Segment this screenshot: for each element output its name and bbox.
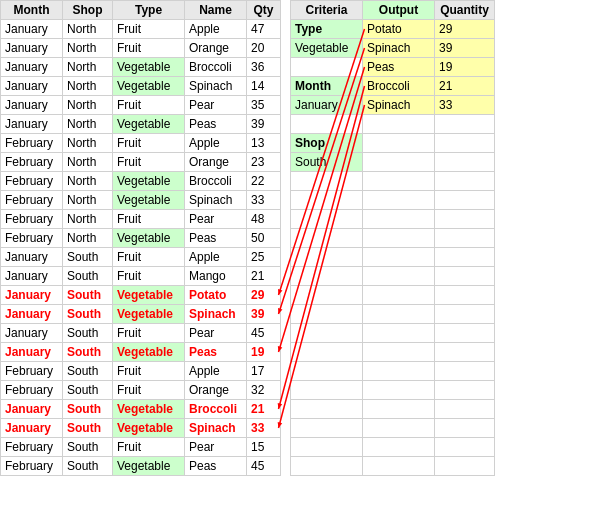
cell-output-qty bbox=[435, 172, 495, 191]
cell-name: Pear bbox=[185, 96, 247, 115]
cell-shop: South bbox=[63, 248, 113, 267]
cell-qty: 36 bbox=[247, 58, 281, 77]
cell-month: January bbox=[1, 343, 63, 362]
data-table: Month Shop Type Name Qty Criteria Output… bbox=[0, 0, 495, 476]
cell-qty: 29 bbox=[247, 286, 281, 305]
cell-qty: 15 bbox=[247, 438, 281, 457]
cell-qty: 33 bbox=[247, 419, 281, 438]
cell-type: Fruit bbox=[113, 96, 185, 115]
cell-shop: South bbox=[63, 438, 113, 457]
cell-month: January bbox=[1, 267, 63, 286]
cell-type: Vegetable bbox=[113, 77, 185, 96]
cell-output-qty bbox=[435, 286, 495, 305]
cell-criteria: Type bbox=[291, 20, 363, 39]
cell-output-qty bbox=[435, 229, 495, 248]
cell-criteria bbox=[291, 343, 363, 362]
cell-output bbox=[363, 305, 435, 324]
cell-type: Vegetable bbox=[113, 343, 185, 362]
cell-criteria bbox=[291, 191, 363, 210]
cell-output bbox=[363, 229, 435, 248]
cell-output-qty bbox=[435, 457, 495, 476]
cell-type: Fruit bbox=[113, 210, 185, 229]
cell-output bbox=[363, 267, 435, 286]
cell-type: Fruit bbox=[113, 248, 185, 267]
cell-type: Vegetable bbox=[113, 229, 185, 248]
cell-output: Spinach bbox=[363, 96, 435, 115]
cell-name: Spinach bbox=[185, 191, 247, 210]
cell-qty: 17 bbox=[247, 362, 281, 381]
cell-output bbox=[363, 324, 435, 343]
cell-shop: North bbox=[63, 58, 113, 77]
cell-month: February bbox=[1, 229, 63, 248]
cell-criteria: Shop bbox=[291, 134, 363, 153]
cell-output-qty bbox=[435, 343, 495, 362]
cell-output: Potato bbox=[363, 20, 435, 39]
cell-criteria: January bbox=[291, 96, 363, 115]
cell-output: Spinach bbox=[363, 39, 435, 58]
cell-output-qty bbox=[435, 438, 495, 457]
cell-shop: South bbox=[63, 419, 113, 438]
cell-name: Apple bbox=[185, 248, 247, 267]
cell-shop: North bbox=[63, 39, 113, 58]
cell-output bbox=[363, 400, 435, 419]
cell-output-qty bbox=[435, 134, 495, 153]
cell-criteria: Month bbox=[291, 77, 363, 96]
cell-shop: South bbox=[63, 305, 113, 324]
cell-output-qty bbox=[435, 305, 495, 324]
cell-type: Vegetable bbox=[113, 286, 185, 305]
cell-qty: 32 bbox=[247, 381, 281, 400]
cell-name: Orange bbox=[185, 153, 247, 172]
cell-qty: 45 bbox=[247, 457, 281, 476]
cell-shop: North bbox=[63, 20, 113, 39]
cell-month: January bbox=[1, 96, 63, 115]
cell-output bbox=[363, 343, 435, 362]
cell-name: Peas bbox=[185, 115, 247, 134]
cell-output bbox=[363, 419, 435, 438]
cell-name: Spinach bbox=[185, 419, 247, 438]
cell-output bbox=[363, 248, 435, 267]
cell-criteria bbox=[291, 210, 363, 229]
cell-output-qty: 39 bbox=[435, 39, 495, 58]
cell-output-qty: 19 bbox=[435, 58, 495, 77]
cell-name: Mango bbox=[185, 267, 247, 286]
cell-month: February bbox=[1, 457, 63, 476]
cell-month: February bbox=[1, 134, 63, 153]
cell-name: Potato bbox=[185, 286, 247, 305]
cell-output-qty bbox=[435, 362, 495, 381]
cell-type: Vegetable bbox=[113, 115, 185, 134]
cell-criteria bbox=[291, 324, 363, 343]
header-output: Output bbox=[363, 1, 435, 20]
header-shop: Shop bbox=[63, 1, 113, 20]
cell-name: Pear bbox=[185, 324, 247, 343]
cell-type: Fruit bbox=[113, 362, 185, 381]
cell-shop: North bbox=[63, 77, 113, 96]
cell-qty: 39 bbox=[247, 305, 281, 324]
cell-qty: 39 bbox=[247, 115, 281, 134]
cell-qty: 25 bbox=[247, 248, 281, 267]
cell-output-qty bbox=[435, 324, 495, 343]
cell-type: Fruit bbox=[113, 381, 185, 400]
cell-criteria bbox=[291, 286, 363, 305]
cell-criteria bbox=[291, 267, 363, 286]
cell-type: Vegetable bbox=[113, 58, 185, 77]
cell-month: February bbox=[1, 191, 63, 210]
cell-output bbox=[363, 153, 435, 172]
cell-output bbox=[363, 191, 435, 210]
cell-shop: South bbox=[63, 324, 113, 343]
cell-output-qty: 33 bbox=[435, 96, 495, 115]
cell-shop: North bbox=[63, 172, 113, 191]
cell-month: February bbox=[1, 210, 63, 229]
cell-output-qty bbox=[435, 115, 495, 134]
cell-qty: 14 bbox=[247, 77, 281, 96]
cell-criteria bbox=[291, 305, 363, 324]
header-criteria: Criteria bbox=[291, 1, 363, 20]
header-quantity: Quantity bbox=[435, 1, 495, 20]
cell-month: February bbox=[1, 153, 63, 172]
header-type: Type bbox=[113, 1, 185, 20]
cell-type: Fruit bbox=[113, 324, 185, 343]
cell-name: Broccoli bbox=[185, 400, 247, 419]
cell-qty: 45 bbox=[247, 324, 281, 343]
cell-output-qty: 21 bbox=[435, 77, 495, 96]
cell-criteria bbox=[291, 58, 363, 77]
cell-name: Apple bbox=[185, 362, 247, 381]
